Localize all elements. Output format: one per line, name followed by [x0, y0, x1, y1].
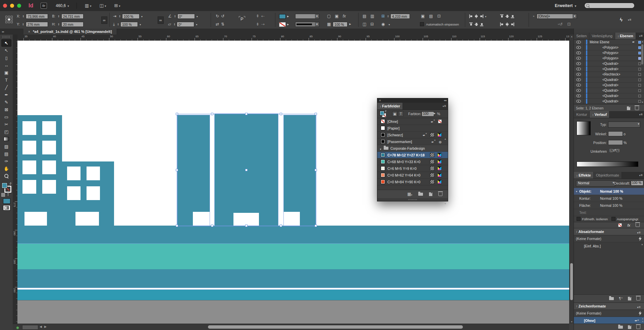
swatch-row[interactable]: [Schwarz] [377, 132, 448, 138]
screen-mode-dropdown[interactable]: ◫ [100, 3, 106, 8]
quick-apply-lightning-icon[interactable]: ϟ [620, 17, 623, 22]
layers-scrollbar[interactable]: ▲▼ [641, 40, 644, 103]
scroll-down-icon[interactable]: ▼ [641, 101, 644, 103]
tint-field[interactable]: 100 % [333, 22, 347, 27]
center-content-icon[interactable]: ⊡ [437, 14, 441, 18]
visibility-cell[interactable] [574, 88, 584, 93]
free-transform-tool[interactable]: ◰ [1, 128, 11, 135]
ground-band-teal-2[interactable] [17, 269, 569, 288]
tab-ebenen[interactable]: Ebenen [615, 33, 636, 39]
line-tool[interactable]: ╱ [1, 84, 11, 91]
apply-gradient-button[interactable] [3, 205, 10, 210]
distribute-middle-icon[interactable] [505, 14, 509, 18]
stepper-icon[interactable] [22, 15, 24, 17]
visibility-cell[interactable] [574, 83, 584, 88]
type-tool[interactable]: T [1, 76, 11, 84]
formatting-affects-text-icon[interactable]: T [398, 111, 404, 116]
height-field[interactable]: 20 mm [61, 22, 84, 27]
delete-layer-icon[interactable] [635, 106, 639, 110]
swatch-row[interactable]: [Passermarken] [377, 138, 448, 145]
new-layer-icon[interactable] [627, 106, 630, 110]
select-previous-icon[interactable]: ⇠ [261, 14, 265, 18]
delete-effect-icon[interactable] [636, 223, 640, 227]
building-tower-a[interactable] [177, 115, 210, 226]
shear-field[interactable]: 0° [177, 14, 195, 19]
align-left-icon[interactable] [469, 14, 473, 18]
layer-row[interactable]: Meine Ebene [574, 40, 644, 45]
selection-tool[interactable]: ↖ [1, 39, 11, 47]
visibility-cell[interactable] [574, 61, 584, 66]
clear-effects-icon[interactable] [618, 223, 622, 227]
swap-fill-stroke-icon[interactable]: ⇄ [384, 109, 387, 113]
search-input[interactable] [584, 3, 635, 8]
eyedropper-tool[interactable]: ✑ [1, 157, 11, 165]
character-styles-header[interactable]: Zeichenformate [574, 303, 644, 310]
formatting-affects-container-icon[interactable]: ▣ [392, 111, 397, 116]
selection-square[interactable] [638, 79, 641, 81]
tab-kontur[interactable]: Kontur [574, 111, 590, 118]
preflight-status-icon[interactable] [16, 326, 19, 329]
layers-scroll-thumb[interactable] [641, 44, 643, 64]
delete-style-icon[interactable] [636, 297, 640, 300]
view-options-dropdown[interactable]: ▥ [85, 3, 92, 8]
distribute-top-icon[interactable] [500, 14, 503, 18]
flyout-arrow-icon[interactable]: ▶ [287, 23, 289, 26]
scissors-tool[interactable]: ✂ [1, 121, 11, 128]
scroll-up-icon[interactable]: ▲ [571, 35, 573, 38]
new-swatch-group-icon[interactable] [418, 193, 423, 196]
layer-row[interactable]: <Quadrat> [574, 99, 644, 104]
selection-square[interactable] [638, 57, 641, 60]
gradient-tool[interactable] [1, 135, 11, 143]
quick-apply-lightning-icon[interactable] [639, 236, 642, 241]
selection-square[interactable] [638, 73, 641, 76]
note-tool[interactable]: ▤ [1, 150, 11, 157]
corner-options-icon[interactable]: ▢ [327, 14, 331, 18]
hand-tool[interactable]: ✋ [1, 165, 11, 172]
scroll-up-icon[interactable]: ▲ [444, 138, 446, 140]
layer-row[interactable]: <Quadrat> [574, 77, 644, 83]
swap-fill-stroke-icon[interactable]: ⇄ [9, 182, 12, 185]
break-link-style-icon[interactable]: ⊡ [567, 22, 571, 27]
layer-row[interactable]: <Rechteck> [574, 72, 644, 77]
panel-menu-icon[interactable] [637, 229, 642, 234]
scroll-up-icon[interactable]: ▲ [641, 243, 643, 245]
swatch-row[interactable]: C=68 M=0 Y=33 K=0 [377, 158, 448, 165]
chevron-down-icon[interactable] [388, 22, 390, 26]
new-style-icon[interactable] [628, 297, 631, 300]
swatch-group-row[interactable]: Corporate-Farbdesign [377, 145, 448, 152]
fx-icon[interactable]: fx [627, 223, 630, 227]
bridge-button[interactable]: Br [41, 3, 47, 9]
stroke-color-swatch[interactable] [279, 22, 286, 27]
vertical-scroll-thumb[interactable] [570, 263, 573, 300]
toolbar-collapse-icon[interactable]: ▸▸ [2, 30, 4, 33]
maximize-window-button[interactable] [17, 4, 21, 8]
knockout-group-checkbox[interactable] [611, 217, 615, 221]
y-field[interactable]: 276 mm [26, 22, 48, 27]
formatting-affects-container-icon[interactable] [1, 193, 5, 197]
formatting-affects-text-icon[interactable]: T [7, 193, 9, 197]
autofit-checkbox[interactable] [420, 22, 424, 26]
rectangle-tool[interactable]: ▭ [1, 113, 11, 121]
arrange-documents-dropdown[interactable]: ⊞ [114, 3, 120, 8]
scale-x-field[interactable]: 100 % [122, 14, 140, 19]
gap-tool[interactable]: ↔ [1, 61, 11, 69]
pen-tool[interactable]: ✒ [1, 91, 11, 98]
new-style-icon[interactable] [628, 325, 631, 329]
selection-square[interactable] [638, 52, 641, 54]
align-bottom-icon[interactable] [480, 22, 483, 26]
align-center-icon[interactable] [475, 14, 478, 18]
style-group-folder-icon[interactable] [609, 297, 614, 300]
scale-y-field[interactable]: 100 % [120, 22, 138, 27]
gradient-ramp[interactable] [577, 161, 638, 167]
isolate-blending-option[interactable]: Füllmeth. isolieren [577, 217, 608, 221]
blend-mode-dropdown[interactable]: Normal [576, 180, 615, 187]
gradient-type-dropdown[interactable] [608, 122, 640, 128]
swatch-row[interactable]: C=78 M=12 Y=27 K=18 [377, 152, 448, 158]
constrain-scale-chain-icon[interactable]: ∞ [158, 16, 164, 24]
object-style-dropdown[interactable]: [Ohne]+▼ [537, 14, 577, 19]
stepper-icon[interactable] [174, 15, 176, 17]
content-collector-tool[interactable]: ▣ [1, 69, 11, 76]
panel-resize-grip[interactable] [377, 198, 448, 201]
toolbar-grip[interactable] [2, 36, 10, 39]
select-container-icon[interactable]: P [239, 16, 245, 22]
